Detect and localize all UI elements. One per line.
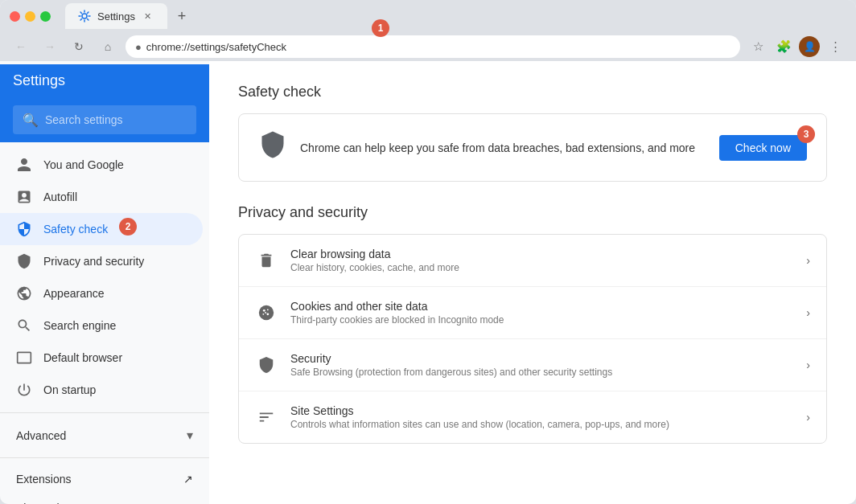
traffic-lights [10, 11, 51, 22]
svg-point-5 [262, 313, 264, 315]
close-button[interactable] [10, 11, 20, 22]
sidebar-item-default-browser[interactable]: Default browser [0, 342, 203, 374]
sidebar-item-label: Search engine [43, 319, 116, 332]
active-tab[interactable]: Settings ✕ [65, 3, 167, 29]
sidebar-item-on-startup[interactable]: On startup [0, 374, 203, 406]
main-content: Settings 🔍 You and Google [0, 61, 856, 504]
svg-point-3 [263, 309, 265, 312]
secure-icon: ● [135, 41, 142, 53]
browser-window: Settings ✕ + ← → ↻ ⌂ ● chrome://settings… [0, 0, 856, 504]
avatar: 👤 [799, 36, 820, 57]
safety-check-title: Safety check [238, 84, 827, 100]
appearance-icon [16, 285, 32, 301]
extensions-label: Extensions [16, 473, 71, 486]
safety-check-icon [16, 221, 32, 237]
search-input[interactable] [45, 113, 187, 126]
extensions-icon[interactable]: 🧩 [772, 35, 795, 58]
chevron-right-icon: › [806, 306, 810, 319]
home-button[interactable]: ⌂ [97, 35, 119, 58]
cookies-text: Cookies and other site data Third-party … [290, 300, 793, 326]
tab-close-button[interactable]: ✕ [142, 10, 154, 23]
privacy-item-cookies[interactable]: Cookies and other site data Third-party … [239, 287, 826, 339]
search-box[interactable]: 🔍 [13, 105, 196, 134]
tab-label: Settings [97, 10, 135, 23]
search-engine-icon [16, 318, 32, 334]
clear-browsing-subtitle: Clear history, cookies, cache, and more [290, 262, 793, 273]
sidebar-item-search-engine[interactable]: Search engine [0, 309, 203, 342]
clear-browsing-text: Clear browsing data Clear history, cooki… [290, 248, 793, 273]
safety-check-section: Safety check Chrome can help keep you sa… [238, 84, 827, 182]
safety-check-description: Chrome can help keep you safe from data … [300, 141, 706, 154]
badge-2: 2 [119, 218, 137, 236]
minimize-button[interactable] [25, 11, 35, 22]
check-now-container: Check now 3 [719, 135, 807, 161]
security-title: Security [290, 352, 793, 365]
check-now-button[interactable]: Check now [719, 135, 807, 161]
privacy-item-clear-browsing[interactable]: Clear browsing data Clear history, cooki… [239, 235, 826, 287]
privacy-icon [16, 253, 32, 269]
new-tab-button[interactable]: + [171, 5, 193, 27]
cookie-icon [255, 301, 278, 324]
titlebar: Settings ✕ + [0, 0, 856, 32]
sidebar-item-label: Safety check [43, 223, 108, 236]
trash-icon [255, 249, 278, 272]
sidebar-item-label: Privacy and security [43, 255, 144, 268]
sidebar-item-label: On startup [43, 383, 96, 396]
svg-point-7 [265, 312, 266, 313]
privacy-list: Clear browsing data Clear history, cooki… [238, 234, 827, 444]
sidebar-item-label: Default browser [43, 351, 122, 364]
url-text: chrome://settings/safetyCheck [146, 41, 286, 53]
advanced-label: Advanced [16, 429, 66, 442]
privacy-security-section: Privacy and security Clear browsing data… [238, 204, 827, 444]
sidebar-item-label: You and Google [43, 158, 124, 171]
content-area: Safety check Chrome can help keep you sa… [209, 61, 856, 504]
sidebar-item-autofill[interactable]: Autofill [0, 181, 203, 213]
site-settings-text: Site Settings Controls what information … [290, 404, 793, 430]
privacy-item-site-settings[interactable]: Site Settings Controls what information … [239, 391, 826, 443]
site-settings-title: Site Settings [290, 404, 793, 417]
bookmark-icon[interactable]: ☆ [747, 35, 769, 58]
security-text: Security Safe Browsing (protection from … [290, 352, 793, 378]
sidebar: Settings 🔍 You and Google [0, 61, 209, 504]
autofill-icon [16, 189, 32, 205]
cookies-title: Cookies and other site data [290, 300, 793, 313]
addressbar: ← → ↻ ⌂ ● chrome://settings/safetyCheck … [0, 32, 856, 61]
sidebar-item-appearance[interactable]: Appearance [0, 277, 203, 309]
shield-icon [258, 130, 287, 165]
sidebar-item-about-chrome[interactable]: About Chrome [0, 494, 209, 504]
svg-point-4 [267, 309, 269, 310]
external-link-icon: ↗ [183, 473, 193, 486]
site-settings-icon [255, 406, 278, 428]
forward-button[interactable]: → [39, 35, 61, 58]
svg-point-6 [266, 313, 269, 315]
menu-icon[interactable]: ⋮ [824, 35, 846, 58]
search-icon: 🔍 [23, 113, 39, 128]
reload-button[interactable]: ↻ [68, 35, 90, 58]
profile-icon[interactable]: 👤 [798, 35, 821, 58]
sidebar-title: Settings [13, 72, 65, 89]
sidebar-item-privacy-security[interactable]: Privacy and security [0, 245, 203, 277]
badge-3: 3 [797, 125, 815, 143]
cookies-subtitle: Third-party cookies are blocked in Incog… [290, 314, 793, 326]
toolbar-icons: ☆ 🧩 👤 ⋮ [747, 35, 846, 58]
svg-point-0 [82, 14, 87, 18]
sidebar-item-advanced[interactable]: Advanced ▾ [0, 420, 209, 451]
privacy-item-security[interactable]: Security Safe Browsing (protection from … [239, 339, 826, 391]
clear-browsing-title: Clear browsing data [290, 248, 793, 260]
back-button[interactable]: ← [10, 35, 32, 58]
sidebar-item-extensions[interactable]: Extensions ↗ [0, 465, 209, 494]
chevron-down-icon: ▾ [187, 428, 193, 443]
sidebar-item-label: Autofill [43, 191, 77, 203]
sidebar-item-you-and-google[interactable]: You and Google [0, 149, 203, 181]
site-settings-subtitle: Controls what information sites can use … [290, 419, 793, 430]
person-icon [16, 157, 32, 173]
sidebar-divider-2 [0, 457, 209, 458]
tab-bar: Settings ✕ + [65, 3, 846, 29]
maximize-button[interactable] [40, 11, 51, 22]
sidebar-item-label: Appearance [43, 287, 105, 300]
safety-check-card: Chrome can help keep you safe from data … [238, 113, 827, 182]
default-browser-icon [16, 350, 32, 366]
privacy-security-title: Privacy and security [238, 204, 827, 221]
sidebar-item-safety-check[interactable]: Safety check 2 [0, 213, 203, 245]
url-bar[interactable]: ● chrome://settings/safetyCheck [126, 35, 740, 58]
